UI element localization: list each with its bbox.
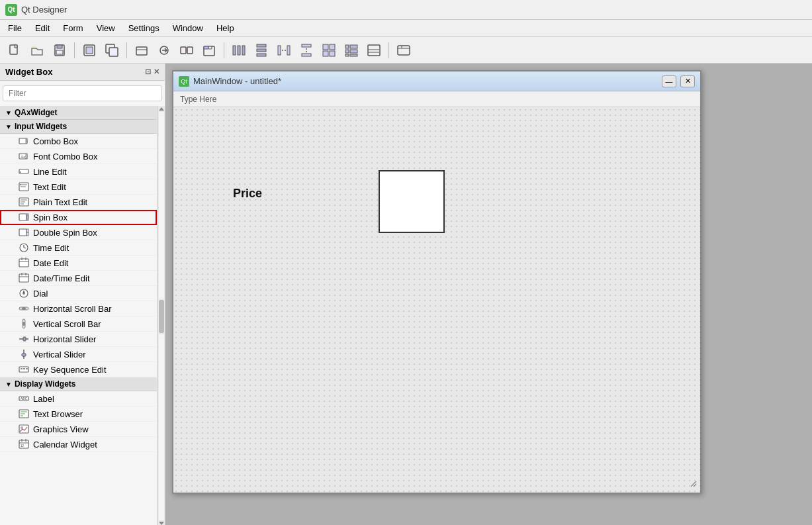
combo-box-icon xyxy=(19,136,29,146)
svg-rect-32 xyxy=(323,51,328,56)
svg-rect-20 xyxy=(242,46,245,55)
widget-item-font-combo-box[interactable]: Aa Font Combo Box xyxy=(0,149,157,164)
widget-item-calendar-widget[interactable]: 12 Calendar Widget xyxy=(0,437,157,452)
widget-item-horizontal-slider[interactable]: Horizontal Slider xyxy=(0,332,157,347)
widget-item-combo-box[interactable]: Combo Box xyxy=(0,134,157,149)
toolbar xyxy=(0,37,812,64)
widget-box-close-icon[interactable]: ✕ xyxy=(154,68,159,76)
toolbar-open-btn[interactable] xyxy=(26,40,48,60)
toolbar-new-btn[interactable] xyxy=(4,40,25,60)
svg-rect-17 xyxy=(208,46,212,49)
datetime-edit-icon xyxy=(19,273,29,283)
widget-item-date-edit[interactable]: Date Edit xyxy=(0,256,157,271)
qaxwidget-label: QAxWidget xyxy=(15,108,58,117)
filter-input[interactable] xyxy=(3,85,162,101)
sidebar-scrollbar[interactable] xyxy=(157,106,165,525)
svg-rect-21 xyxy=(257,44,266,47)
main-window-titlebar: Qt MainWindow - untitled* — ✕ xyxy=(173,72,700,91)
widget-item-plain-text-edit[interactable]: Plain Text Edit xyxy=(0,195,157,210)
plain-text-edit-icon xyxy=(19,197,29,207)
menu-help[interactable]: Help xyxy=(211,22,240,34)
widget-item-text-edit[interactable]: Text Edit xyxy=(0,179,157,195)
widget-item-datetime-edit[interactable]: Date/Time Edit xyxy=(0,271,157,286)
svg-rect-86 xyxy=(23,337,26,341)
toolbar-edit-buddy-btn[interactable] xyxy=(176,40,197,60)
svg-rect-90 xyxy=(21,368,23,369)
toolbar-save-btn[interactable] xyxy=(49,40,70,60)
widget-item-key-sequence-edit[interactable]: Key Sequence Edit xyxy=(0,362,157,377)
horizontal-slider-icon xyxy=(19,334,29,344)
filter-wrap xyxy=(0,81,165,106)
toolbar-edit-widget-btn[interactable] xyxy=(131,40,152,60)
widget-item-vertical-slider[interactable]: Vertical Slider xyxy=(0,347,157,362)
toolbar-child-mode-btn[interactable] xyxy=(101,40,122,60)
menu-bar: File Edit Form View Settings Window Help xyxy=(0,20,812,37)
widget-item-text-browser[interactable]: Text Browser xyxy=(0,406,157,422)
toolbar-edit-signal-btn[interactable] xyxy=(154,40,175,60)
dial-label: Dial xyxy=(33,289,48,299)
widget-item-dial[interactable]: Dial xyxy=(0,286,157,301)
svg-rect-29 xyxy=(302,54,311,56)
mw-close-btn[interactable]: ✕ xyxy=(680,75,695,87)
menu-file[interactable]: File xyxy=(3,22,27,34)
scroll-up-arrow[interactable] xyxy=(159,107,164,111)
combo-box-label: Combo Box xyxy=(33,136,78,146)
category-display-widgets[interactable]: ▼ Display Widgets xyxy=(0,377,157,391)
widget-item-double-spin-box[interactable]: Double Spin Box xyxy=(0,225,157,240)
key-sequence-edit-icon xyxy=(19,364,29,375)
horizontal-scroll-bar-label: Horizontal Scroll Bar xyxy=(33,304,112,314)
toolbar-layout-v-btn[interactable] xyxy=(251,40,272,60)
widget-box: Widget Box ⊡ ✕ ▼ QAxWidget ▼ xyxy=(0,64,165,525)
category-input-widgets[interactable]: ▼ Input Widgets xyxy=(0,120,157,134)
widget-item-time-edit[interactable]: Time Edit xyxy=(0,240,157,256)
menu-edit[interactable]: Edit xyxy=(30,22,55,34)
widget-item-graphics-view[interactable]: Graphics View xyxy=(0,422,157,437)
scroll-thumb[interactable] xyxy=(159,300,164,333)
svg-rect-84 xyxy=(23,322,25,326)
toolbar-layout-grid-btn[interactable] xyxy=(318,40,339,60)
svg-rect-77 xyxy=(25,273,26,275)
widget-item-line-edit[interactable]: Line Edit xyxy=(0,164,157,179)
svg-rect-88 xyxy=(22,354,26,356)
mw-minimize-btn[interactable]: — xyxy=(662,75,676,87)
main-window-menu: Type Here xyxy=(173,91,700,107)
widget-item-label[interactable]: ABC Label xyxy=(0,391,157,406)
key-sequence-edit-label: Key Sequence Edit xyxy=(33,365,107,375)
main-content: Widget Box ⊡ ✕ ▼ QAxWidget ▼ xyxy=(0,64,812,525)
widget-box-undock-icon[interactable]: ⊡ xyxy=(145,68,151,76)
menu-window[interactable]: Window xyxy=(167,22,208,34)
main-window: Qt MainWindow - untitled* — ✕ Type Here … xyxy=(172,70,701,494)
toolbar-layout-break-btn[interactable] xyxy=(363,40,384,60)
widget-item-horizontal-scroll-bar[interactable]: Horizontal Scroll Bar xyxy=(0,301,157,316)
svg-rect-18 xyxy=(233,46,236,55)
resize-icon xyxy=(688,479,698,490)
toolbar-layout-vs-btn[interactable] xyxy=(296,40,317,60)
label-icon: ABC xyxy=(19,393,29,404)
scroll-down-arrow[interactable] xyxy=(159,522,164,525)
toolbar-layout-hs-btn[interactable] xyxy=(273,40,294,60)
toolbar-layout-form-btn[interactable] xyxy=(341,40,362,60)
svg-rect-92 xyxy=(26,368,28,369)
mw-type-here[interactable]: Type Here xyxy=(176,93,220,105)
text-browser-icon xyxy=(19,408,29,419)
widget-item-vertical-scroll-bar[interactable]: Vertical Scroll Bar xyxy=(0,316,157,332)
main-window-body[interactable]: Price xyxy=(173,107,700,493)
plain-text-edit-label: Plain Text Edit xyxy=(33,197,87,207)
display-widgets-label: Display Widgets xyxy=(15,379,76,389)
font-combo-box-icon: Aa xyxy=(19,151,29,162)
svg-rect-64 xyxy=(19,229,26,236)
menu-settings[interactable]: Settings xyxy=(123,22,165,34)
toolbar-layout-h-btn[interactable] xyxy=(228,40,249,60)
svg-text:ABC: ABC xyxy=(21,397,28,401)
toolbar-widget-mode-btn[interactable] xyxy=(79,40,100,60)
svg-rect-61 xyxy=(19,214,26,220)
display-widgets-arrow-icon: ▼ xyxy=(5,381,12,388)
widget-item-spin-box[interactable]: Spin Box xyxy=(0,210,157,225)
menu-form[interactable]: Form xyxy=(58,22,88,34)
svg-line-106 xyxy=(691,481,696,487)
menu-view[interactable]: View xyxy=(91,22,120,34)
date-edit-label: Date Edit xyxy=(33,258,68,268)
toolbar-edit-tab-btn[interactable] xyxy=(199,40,220,60)
toolbar-preview-btn[interactable] xyxy=(393,40,414,60)
category-qaxwidget[interactable]: ▼ QAxWidget xyxy=(0,106,157,120)
